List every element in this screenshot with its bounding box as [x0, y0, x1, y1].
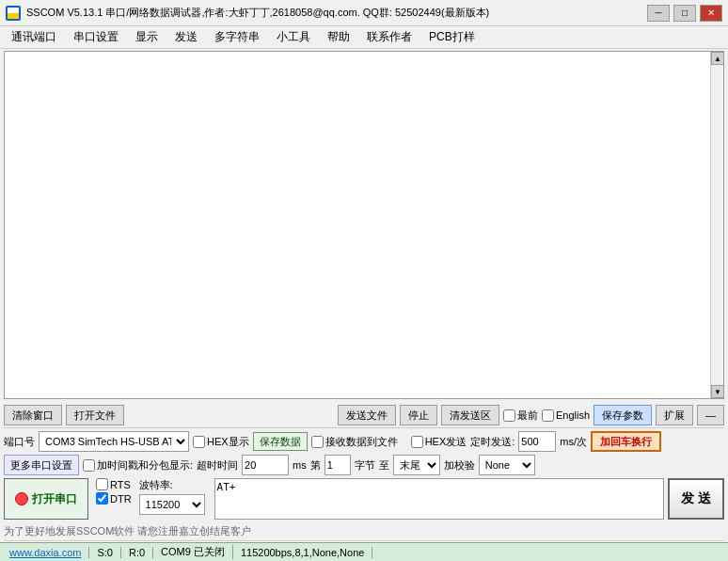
bottom-controls: 清除窗口 打开文件 发送文件 停止 清发送区 最前 English 保存参数 扩…: [0, 401, 728, 561]
add-cr-lf-button[interactable]: 加回车换行: [591, 431, 661, 452]
hex-send-checkbox[interactable]: [411, 436, 423, 448]
timestamp-label: 加时间戳和分包显示:: [97, 458, 193, 473]
menu-comm-port[interactable]: 通讯端口: [4, 27, 64, 47]
website-link[interactable]: www.daxia.com: [2, 547, 89, 558]
port-status: COM9 已关闭: [153, 545, 233, 559]
receive-area: ▲ ▼: [4, 51, 724, 399]
dtr-label: DTR: [110, 493, 132, 505]
minimize-button[interactable]: ─: [647, 5, 670, 22]
packet-label: 第: [310, 458, 321, 473]
rts-checkbox[interactable]: [96, 478, 108, 490]
port-label: 端口号: [4, 435, 35, 449]
expand-button[interactable]: 扩展: [656, 405, 693, 425]
english-checkbox[interactable]: [542, 409, 554, 422]
status-bar: www.daxia.com S:0 R:0 COM9 已关闭 115200bps…: [0, 542, 728, 561]
r-counter: R:0: [121, 547, 153, 558]
timeout-input[interactable]: [242, 455, 289, 475]
dtr-checkbox-label[interactable]: DTR: [96, 492, 132, 505]
always-top-checkbox[interactable]: [503, 409, 515, 422]
window-controls: ─ □ ✕: [647, 5, 722, 22]
open-port-label: 打开串口: [32, 491, 77, 507]
more-settings-button[interactable]: 更多串口设置: [4, 455, 79, 475]
always-top-checkbox-label[interactable]: 最前: [503, 409, 538, 423]
toolbar-row1: 清除窗口 打开文件 发送文件 停止 清发送区 最前 English 保存参数 扩…: [4, 403, 724, 428]
scrollbar[interactable]: ▲ ▼: [710, 52, 723, 398]
scroll-down-icon[interactable]: ▼: [711, 385, 724, 398]
hex-send-label: HEX发送: [425, 435, 467, 449]
menu-port-settings[interactable]: 串口设置: [66, 27, 126, 47]
title-text: SSCOM V5.13.1 串口/网络数据调试器,作者:大虾丁丁,2618058…: [26, 6, 489, 20]
menu-help[interactable]: 帮助: [320, 27, 357, 47]
timing-row: 更多串口设置 加时间戳和分包显示: 超时时间 ms 第 字节 至 末尾 加校验 …: [4, 455, 724, 475]
baud-info: 115200bps,8,1,None,None: [233, 547, 373, 558]
byte-label: 字节: [355, 458, 375, 473]
recv-to-file-label: 接收数据到文件: [325, 435, 398, 449]
timeout-unit-label: ms: [293, 459, 307, 471]
promo-row: 为了更好地发展SSCOM软件 请您注册嘉立创结尾客户: [4, 522, 724, 540]
timed-send-label: 定时发送:: [470, 435, 514, 449]
port-open-group: 打开串口: [4, 478, 88, 520]
menu-pcb-print[interactable]: PCB打样: [421, 27, 483, 47]
scroll-up-icon[interactable]: ▲: [711, 52, 724, 65]
clear-window-button[interactable]: 清除窗口: [4, 405, 62, 425]
menu-multi-char[interactable]: 多字符串: [207, 27, 267, 47]
save-params-button[interactable]: 保存参数: [593, 405, 652, 425]
dtr-checkbox[interactable]: [96, 492, 108, 505]
title-left: SSCOM V5.13.1 串口/网络数据调试器,作者:大虾丁丁,2618058…: [6, 6, 489, 21]
checksum-label: 加校验: [444, 458, 475, 473]
to-label: 至: [379, 458, 389, 473]
promo-text1: 为了更好地发展SSCOM软件: [4, 525, 135, 537]
menu-tools[interactable]: 小工具: [269, 27, 318, 47]
stop-button[interactable]: 停止: [400, 405, 437, 425]
close-button[interactable]: ✕: [700, 5, 722, 22]
hex-send-checkbox-label[interactable]: HEX发送: [411, 435, 467, 449]
rts-checkbox-label[interactable]: RTS: [96, 478, 132, 490]
timestamp-checkbox-label[interactable]: 加时间戳和分包显示:: [83, 458, 193, 473]
rts-dtr-group: RTS DTR: [96, 478, 132, 505]
save-data-button[interactable]: 保存数据: [253, 432, 308, 451]
send-textarea[interactable]: AT+: [214, 478, 664, 520]
recv-to-file-checkbox[interactable]: [311, 436, 324, 448]
rts-label: RTS: [110, 479, 131, 490]
hex-display-checkbox[interactable]: [193, 436, 205, 448]
checksum-select[interactable]: None: [479, 455, 535, 475]
s-counter: S:0: [89, 547, 121, 558]
recv-to-file-checkbox-label[interactable]: 接收数据到文件: [311, 435, 398, 449]
open-port-button[interactable]: 打开串口: [4, 478, 88, 520]
menu-bar: 通讯端口 串口设置 显示 发送 多字符串 小工具 帮助 联系作者 PCB打样: [0, 26, 728, 49]
collapse-button[interactable]: —: [697, 405, 724, 425]
maximize-button[interactable]: □: [673, 5, 696, 22]
svg-rect-1: [8, 13, 19, 19]
scroll-track[interactable]: [711, 65, 723, 385]
hex-display-checkbox-label[interactable]: HEX显示: [193, 435, 249, 449]
send-button[interactable]: 发 送: [668, 478, 724, 520]
port-indicator-icon: [15, 492, 28, 505]
packet-num-input[interactable]: [324, 455, 351, 475]
end-select[interactable]: 末尾: [393, 455, 440, 475]
send-file-button[interactable]: 发送文件: [338, 405, 396, 425]
clear-send-button[interactable]: 清发送区: [441, 405, 499, 425]
app-icon: [6, 6, 21, 21]
port-select[interactable]: COM3 SimTech HS-USB AT Por: [39, 431, 189, 452]
svg-rect-0: [8, 8, 19, 13]
promo-text2: 请您注册嘉立创结尾客户: [137, 525, 251, 537]
open-file-button[interactable]: 打开文件: [66, 405, 124, 425]
title-bar: SSCOM V5.13.1 串口/网络数据调试器,作者:大虾丁丁,2618058…: [0, 0, 728, 26]
port-row: 端口号 COM3 SimTech HS-USB AT Por HEX显示 保存数…: [4, 431, 724, 452]
baud-group: 波特率: 115200: [139, 478, 205, 515]
english-checkbox-label[interactable]: English: [542, 409, 590, 422]
timed-unit-label: ms/次: [560, 435, 587, 449]
baud-label: 波特率:: [139, 478, 205, 492]
baud-select[interactable]: 115200: [139, 494, 205, 515]
english-label: English: [556, 409, 590, 421]
always-top-label: 最前: [517, 409, 538, 423]
menu-contact[interactable]: 联系作者: [359, 27, 419, 47]
timestamp-checkbox[interactable]: [83, 459, 95, 472]
timeout-label: 超时时间: [197, 458, 238, 473]
timed-send-input[interactable]: [518, 431, 556, 452]
menu-display[interactable]: 显示: [128, 27, 166, 47]
menu-send[interactable]: 发送: [167, 27, 205, 47]
hex-display-label: HEX显示: [207, 435, 249, 449]
port-control-row: 打开串口 RTS DTR 波特率: 115200 AT+ 发 送: [4, 478, 724, 520]
